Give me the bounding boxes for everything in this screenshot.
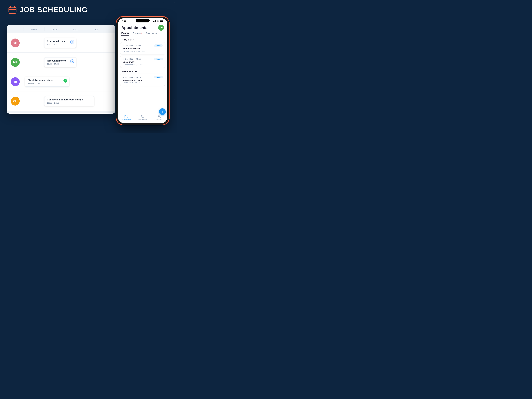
app-content: Appointments MR Planned Overdue Document… [118, 23, 167, 123]
nav-appointments-label: Appointments [122, 119, 131, 120]
avatar-mr: MR [7, 58, 24, 67]
apt-time-row-maintenance: 5. Dec. 10:00 → 14:15 Planned [123, 76, 163, 78]
avatar-vh: VH [7, 38, 24, 47]
tab-documented-label: Documented [146, 32, 157, 34]
calendar-icon [8, 6, 17, 14]
nav-time-tracking[interactable]: Time tracking [134, 114, 151, 120]
calendar-panel: 09:00 10:00 11:00 12: VH Concealed ciste… [7, 25, 115, 114]
phone-wrapper: 9:41 [116, 17, 169, 125]
event-time-renovation: 10:00 - 11:00 [47, 63, 74, 65]
avatar-sb: SB [7, 77, 24, 86]
calendar-row-ch: CH Connection of bathroom fittings 10:00… [7, 91, 115, 111]
avatar-initials-mr: MR [13, 61, 17, 64]
page-title: JOB SCHEDULING [19, 6, 88, 14]
tab-planned-label: Planned [121, 32, 129, 34]
wifi-icon [157, 20, 159, 22]
event-card-renovation[interactable]: Renovation work 10:00 - 11:00 [44, 57, 76, 67]
apt-time-row-survey: 4. Dec. 14:00 → 17:00 Planned [123, 58, 163, 60]
avatar-circle-mr: MR [11, 58, 20, 67]
phone-frame: 9:41 [116, 17, 169, 125]
signal-icon [153, 20, 156, 22]
time-label-09: 09:00 [24, 27, 44, 31]
apt-arrow-survey: → [134, 58, 136, 60]
nav-appointments[interactable]: Appointments [118, 114, 134, 120]
avatar-initials-ch: CH [13, 100, 17, 103]
calendar-row-vh: VH Concealed cistern 10:00 - 11:00 [7, 33, 115, 53]
tab-overdue[interactable]: Overdue [133, 32, 142, 36]
time-slots: 09:00 10:00 11:00 12: [24, 27, 115, 31]
clock-icon-renovation [70, 59, 74, 63]
svg-point-19 [159, 115, 160, 116]
avatar-initials-vh: VH [13, 41, 17, 44]
bottom-nav: Appointments Time tracking [118, 113, 167, 123]
cal-row-content-mr: Renovation work 10:00 - 11:00 [24, 53, 115, 72]
avatar-circle-vh: VH [11, 38, 20, 47]
svg-rect-1 [10, 6, 11, 8]
cal-row-content-ch: Connection of bathroom fittings 10:00 - … [24, 91, 115, 111]
avatar-initials-sb: SB [13, 80, 17, 83]
event-card-bathroom[interactable]: Connection of bathroom fittings 10:00 - … [44, 96, 94, 106]
apt-address-renovation: 18 Montgomery St, G11 5JA [123, 50, 163, 52]
time-label-12: 12: [86, 27, 107, 31]
apt-address-survey: 11 St Leonard St, G7 4HY [123, 63, 163, 66]
event-time-concealed-cistern: 10:00 - 11:00 [47, 43, 74, 46]
apt-arrow-maintenance: → [134, 76, 136, 78]
event-title-renovation: Renovation work [47, 59, 74, 62]
svg-rect-17 [127, 115, 127, 115]
overdue-dot [141, 32, 142, 33]
svg-rect-16 [125, 115, 126, 115]
apt-time-renovation: 4. Dec. 10:00 → 12:00 [123, 44, 141, 47]
appointment-card-maintenance[interactable]: 5. Dec. 10:00 → 14:15 Planned Maintenanc… [120, 74, 165, 86]
time-label-10: 10:00 [44, 27, 65, 31]
app-header: Appointments MR [118, 23, 167, 32]
badge-planned-maintenance: Planned [154, 76, 163, 78]
apt-time-survey: 4. Dec. 14:00 → 17:00 [123, 58, 141, 60]
time-header: 09:00 10:00 11:00 12: [7, 25, 115, 33]
nav-account[interactable]: Account [151, 114, 167, 120]
event-time-basement: 09:00 - 10:30 [28, 82, 67, 84]
phone-screen: 9:41 [118, 18, 167, 123]
date-section-tomorrow: Tomorrow, 5. Dec. [120, 69, 165, 74]
event-time-bathroom: 10:00 - 17:00 [47, 102, 92, 104]
event-card-basement[interactable]: Check basement pipes 09:00 - 10:30 [25, 77, 69, 87]
tab-documented[interactable]: Documented [146, 32, 157, 36]
appointment-card-site-survey[interactable]: 4. Dec. 14:00 → 17:00 Planned Site surve… [120, 56, 165, 68]
apt-time-maintenance: 5. Dec. 10:00 → 14:15 [123, 76, 141, 78]
battery-icon [160, 20, 164, 22]
svg-rect-9 [154, 21, 154, 22]
apt-title-renovation: Renovation work [123, 47, 163, 50]
apt-time-row-renovation: 4. Dec. 10:00 → 12:00 Planned [123, 44, 163, 47]
nav-time-label: Time tracking [138, 119, 147, 120]
svg-rect-8 [153, 21, 154, 22]
svg-rect-14 [125, 115, 128, 118]
nav-account-label: Account [156, 119, 162, 120]
nav-calendar-icon [124, 114, 128, 118]
tab-planned[interactable]: Planned [121, 32, 129, 36]
avatar-circle-ch: CH [11, 97, 20, 106]
event-card-concealed-cistern[interactable]: Concealed cistern 10:00 - 11:00 [44, 38, 76, 48]
clock-icon-concealed [70, 40, 74, 44]
appointment-card-renovation[interactable]: 4. Dec. 10:00 → 12:00 Planned Renovation… [120, 42, 165, 54]
dynamic-island [136, 19, 150, 22]
event-title-concealed-cistern: Concealed cistern [47, 40, 74, 43]
status-time: 9:41 [122, 20, 126, 22]
avatar-circle-sb: SB [11, 77, 20, 86]
status-icons [153, 20, 164, 22]
app-tabs: Planned Overdue Documented [118, 32, 167, 36]
user-avatar[interactable]: MR [158, 25, 164, 31]
app-title: Appointments [121, 25, 147, 30]
svg-rect-10 [155, 20, 155, 22]
svg-rect-11 [155, 20, 156, 22]
svg-point-7 [63, 79, 67, 82]
svg-rect-2 [14, 6, 15, 8]
badge-planned-survey: Planned [154, 58, 163, 60]
cal-row-content-sb: Check basement pipes 09:00 - 10:30 [24, 72, 115, 91]
event-title-bathroom: Connection of bathroom fittings [47, 98, 92, 101]
nav-person-icon [157, 114, 161, 118]
fab-add-button[interactable]: + [159, 108, 166, 115]
appointments-list: Today, 4. Dec. 4. Dec. 10:00 → 12:00 Pla… [118, 38, 167, 113]
badge-planned-renovation: Planned [154, 44, 163, 47]
calendar-row-sb: SB Check basement pipes 09:00 - 10:30 [7, 72, 115, 91]
avatar-ch: CH [7, 97, 24, 106]
calendar-grid: 09:00 10:00 11:00 12: VH Concealed ciste… [7, 25, 115, 114]
